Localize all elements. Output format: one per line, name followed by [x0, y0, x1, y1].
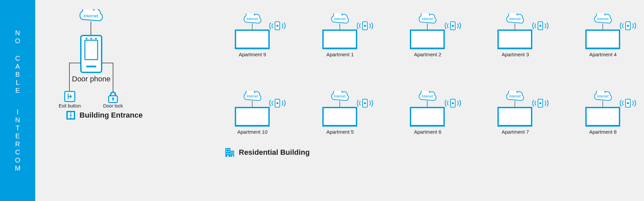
svg-rect-67	[233, 153, 234, 154]
apartment-label: Apartment 2	[414, 52, 441, 57]
svg-rect-24	[410, 48, 445, 49]
smartphone-wifi-icon	[445, 20, 463, 31]
apartment-diagram: Internet	[231, 91, 274, 128]
smartphone-wifi-icon	[269, 97, 287, 109]
sidebar-vertical-title: NO CABLE INTERCOM	[0, 0, 35, 201]
apartment-label: Apartment 4	[589, 52, 617, 57]
cloud-label: Internet	[84, 13, 98, 18]
apartment-diagram: Internet	[318, 91, 362, 128]
apartment-node: Internet Apartment 5	[309, 91, 371, 135]
entrance-column: Internet Door phone Exit butto	[59, 9, 146, 115]
apartment-node: Internet Apartment 3	[484, 13, 546, 57]
apartment-label: Apartment 1	[326, 52, 354, 57]
apartment-node: Internet Apartment 8	[572, 91, 634, 135]
svg-rect-31	[586, 30, 620, 48]
svg-point-46	[452, 102, 454, 104]
smartphone-wifi-icon	[532, 97, 550, 109]
svg-point-26	[452, 25, 454, 27]
building-entrance-label: Building Entrance	[79, 111, 143, 120]
svg-point-34	[627, 25, 629, 27]
cloud-label: Internet	[597, 94, 608, 98]
cloud-label: Internet	[509, 94, 521, 98]
svg-point-3	[91, 38, 92, 40]
svg-point-2	[86, 38, 88, 40]
building-entrance-heading: Building Entrance	[66, 111, 143, 120]
door-phone-icon	[81, 36, 102, 72]
svg-rect-36	[235, 125, 270, 127]
apartment-diagram: Internet	[493, 91, 537, 128]
internet-cloud-icon: Internet	[331, 13, 348, 23]
smartphone-wifi-icon	[445, 97, 463, 109]
internet-cloud-icon: Internet	[507, 91, 524, 100]
door-phone-label: Door phone	[72, 75, 111, 83]
smartphone-wifi-icon	[532, 20, 550, 31]
smartphone-wifi-icon	[269, 20, 287, 31]
apartment-diagram: Internet	[581, 91, 625, 128]
internet-cloud-icon: Internet	[507, 13, 524, 23]
monitor-icon	[497, 108, 532, 127]
apartment-node: Internet Apartment 9	[221, 13, 283, 57]
smartphone-wifi-icon	[620, 97, 638, 109]
exit-button-label: Exit button	[59, 103, 81, 109]
cloud-label: Internet	[334, 94, 345, 98]
residential-building-heading: Residential Building	[225, 147, 310, 157]
svg-point-54	[627, 102, 629, 104]
door-lock-icon: Door lock	[103, 91, 123, 109]
svg-rect-5	[86, 66, 96, 67]
apartment-node: Internet Apartment 10	[221, 91, 283, 135]
apartment-node: Internet Apartment 4	[572, 13, 634, 57]
cloud-label: Internet	[422, 94, 433, 98]
svg-rect-60	[228, 151, 229, 152]
building-icon	[225, 147, 235, 157]
svg-rect-32	[585, 48, 620, 49]
internet-cloud-icon: Internet	[80, 9, 102, 21]
svg-point-4	[95, 38, 97, 40]
svg-rect-27	[498, 30, 532, 48]
svg-point-18	[276, 25, 278, 27]
internet-cloud-icon: Internet	[331, 91, 348, 100]
sidebar-text: NO CABLE INTERCOM	[15, 29, 20, 172]
smartphone-wifi-icon	[357, 97, 375, 109]
svg-point-50	[539, 102, 541, 104]
smartphone-wifi-icon	[357, 20, 375, 31]
cloud-label: Internet	[334, 17, 345, 21]
svg-point-14	[71, 115, 72, 116]
svg-rect-61	[226, 153, 227, 154]
svg-rect-64	[231, 152, 232, 153]
apartment-label: Apartment 9	[239, 52, 266, 57]
svg-rect-39	[323, 108, 357, 126]
cloud-label: Internet	[247, 17, 258, 21]
svg-rect-68	[232, 155, 233, 157]
apartment-label: Apartment 7	[501, 129, 529, 135]
diagram-main: Internet Door phone Exit butto	[35, 0, 644, 201]
svg-rect-1	[85, 40, 98, 60]
monitor-icon	[322, 108, 357, 127]
svg-rect-66	[231, 153, 232, 154]
svg-rect-23	[411, 30, 444, 48]
svg-rect-59	[226, 151, 227, 152]
monitor-icon	[585, 108, 620, 127]
internet-cloud-icon: Internet	[594, 13, 611, 23]
cloud-label: Internet	[422, 17, 433, 21]
exit-button-icon: Exit button	[59, 91, 81, 109]
apartment-diagram: Internet	[406, 91, 449, 128]
svg-rect-65	[233, 152, 234, 153]
cloud-label: Internet	[247, 94, 258, 98]
apartment-diagram: Internet	[231, 13, 274, 50]
svg-rect-51	[586, 108, 620, 126]
svg-rect-28	[497, 48, 532, 49]
apartment-label: Apartment 10	[237, 129, 267, 135]
apartment-diagram: Internet	[493, 13, 537, 50]
svg-point-30	[539, 25, 541, 27]
door-entrance-icon	[66, 111, 75, 120]
apartment-diagram: Internet	[318, 13, 362, 50]
svg-rect-15	[235, 30, 269, 48]
monitor-icon	[322, 30, 357, 49]
monitor-icon	[235, 108, 270, 127]
residential-building-label: Residential Building	[239, 148, 310, 157]
entrance-diagram: Internet Door phone Exit butto	[59, 9, 146, 113]
apartment-node: Internet Apartment 1	[309, 13, 371, 57]
svg-rect-48	[497, 125, 532, 127]
svg-rect-44	[410, 125, 445, 127]
cloud-label: Internet	[597, 17, 608, 21]
